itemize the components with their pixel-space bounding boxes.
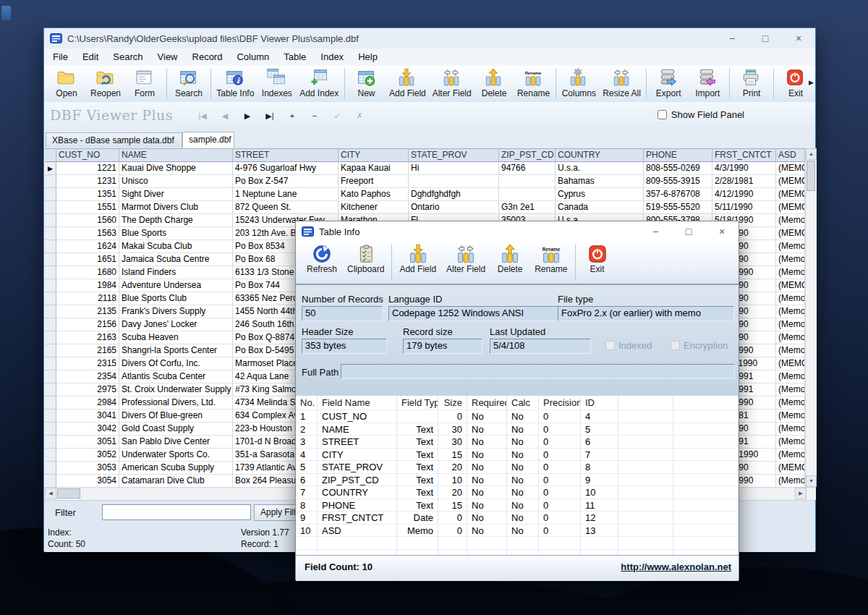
menu-item-edit[interactable]: Edit (75, 48, 106, 66)
row-selector[interactable] (45, 214, 56, 227)
vertical-scrollbar[interactable]: ▲ ▼ (805, 148, 817, 487)
toolbar-button-columns[interactable]: Columns (558, 66, 600, 102)
cell[interactable]: 1 Neptune Lane (233, 188, 339, 201)
cell[interactable]: Jamaica Scuba Centre (119, 253, 233, 266)
toolbar-overflow-icon[interactable]: ▶ (809, 79, 814, 86)
field-row[interactable]: 1CUST_NO0NoNo04 (296, 410, 739, 423)
filter-input[interactable] (102, 504, 251, 520)
toolbar-button-add-field[interactable]: Add Field (386, 66, 430, 102)
toolbar-button-print[interactable]: Print (732, 66, 771, 102)
row-selector[interactable] (45, 253, 56, 266)
cell[interactable]: 872 Queen St. (233, 201, 339, 214)
cell[interactable]: Kitchener (339, 201, 409, 214)
toolbar-button-alter-field[interactable]: Alter Field (441, 242, 490, 284)
cell[interactable]: Blue Sports Club (119, 292, 233, 305)
cell[interactable]: 808-555-0269 (644, 162, 712, 175)
row-selector[interactable] (45, 305, 56, 318)
cell[interactable]: Hi (409, 162, 499, 175)
cell[interactable]: 4/3/1990 (712, 162, 776, 175)
toolbar-button-delete[interactable]: Delete (490, 242, 529, 284)
close-icon[interactable]: × (782, 28, 815, 48)
toolbar-button-import[interactable]: Import (688, 66, 727, 102)
cell[interactable]: American Scuba Supply (119, 462, 233, 475)
column-header-zip_pst_cd[interactable]: ZIP_PST_CD (499, 149, 556, 162)
cell[interactable]: Makai Scuba Club (119, 240, 233, 253)
cell[interactable]: 357-6-876708 (644, 188, 712, 201)
toolbar-button-rename[interactable]: RenameRename (514, 66, 553, 102)
cell[interactable]: (Memo) (776, 214, 805, 227)
row-selector[interactable] (45, 383, 56, 396)
toolbar-button-add-index[interactable]: Add Index (297, 66, 342, 102)
cell[interactable]: (Memo) (776, 240, 805, 253)
cell[interactable]: (MEMO) (776, 162, 805, 175)
cell[interactable]: 1624 (56, 240, 119, 253)
nav-button-2[interactable]: ▶ (239, 108, 255, 124)
field-row[interactable]: 8PHONEText15NoNo011 (296, 499, 739, 512)
toolbar-button-form[interactable]: Form (125, 66, 164, 102)
table-row[interactable]: 1351Sight Diver1 Neptune LaneKato Paphos… (45, 188, 805, 201)
dialog-maximize-icon[interactable]: □ (672, 221, 705, 242)
row-selector[interactable] (45, 201, 56, 214)
scroll-left-icon[interactable]: ◀ (45, 488, 56, 499)
show-field-panel-checkbox[interactable] (658, 110, 667, 119)
row-selector[interactable] (45, 266, 56, 279)
field-row[interactable]: 5STATE_PROVText20NoNo08 (296, 461, 739, 474)
cell[interactable]: Dghdfghdfgh (409, 188, 499, 201)
cell[interactable]: 519-555-5520 (644, 201, 712, 214)
dialog-minimize-icon[interactable]: − (639, 221, 672, 242)
cell[interactable]: Canada (556, 201, 644, 214)
menu-item-table[interactable]: Table (276, 48, 313, 66)
cell[interactable]: (Memo) (776, 318, 805, 331)
row-selector[interactable] (45, 188, 56, 201)
field-row[interactable]: 4CITYText15NoNo07 (296, 449, 739, 462)
cell[interactable]: 1651 (56, 253, 119, 266)
column-header-phone[interactable]: PHONE (644, 149, 712, 162)
cell[interactable]: 2163 (56, 331, 119, 344)
cell[interactable]: Divers Of Blue-green (119, 410, 233, 423)
nav-button-6[interactable]: ✓ (329, 108, 345, 124)
cell[interactable]: 2165 (56, 344, 119, 357)
cell[interactable]: 3041 (56, 410, 119, 423)
cell[interactable]: (Memo) (776, 423, 805, 436)
table-row[interactable]: 1551Marmot Divers Club872 Queen St.Kitch… (45, 201, 805, 214)
cell[interactable]: (Memo) (776, 266, 805, 279)
cell[interactable]: Ontario (409, 201, 499, 214)
cell[interactable]: 1221 (56, 162, 119, 175)
field-row[interactable]: 3STREETText30NoNo06 (296, 436, 739, 449)
column-header-name[interactable]: NAME (119, 149, 233, 162)
cell[interactable]: U.s.a. (556, 162, 644, 175)
cell[interactable]: 809-555-3915 (644, 175, 712, 188)
cell[interactable]: Blue Sports (119, 227, 233, 240)
column-header-country[interactable]: COUNTRY (556, 149, 644, 162)
nav-button-0[interactable]: |◀ (195, 108, 210, 124)
menu-item-help[interactable]: Help (351, 48, 385, 66)
cell[interactable]: 1984 (56, 279, 119, 292)
cell[interactable]: 94766 (499, 162, 556, 175)
cell[interactable]: 3054 (56, 475, 119, 488)
nav-button-5[interactable]: − (307, 108, 323, 124)
cell[interactable]: (Memo) (776, 436, 805, 449)
field-row[interactable]: 10ASDMemo0NoNo013 (296, 525, 739, 538)
cell[interactable]: (MEMO) (776, 227, 805, 240)
field-row[interactable]: 6ZIP_PST_CDText10NoNo09 (296, 474, 739, 487)
current-row-marker[interactable]: ▶ (45, 162, 56, 175)
scroll-right-icon[interactable]: ▶ (795, 488, 807, 499)
encryption-checkbox[interactable] (671, 341, 680, 350)
cell[interactable]: Divers Of Corfu, Inc. (119, 357, 233, 370)
toolbar-button-table-info[interactable]: iTable Info (213, 66, 258, 102)
cell[interactable]: St. Croix Underwater Supply (119, 383, 233, 396)
show-field-panel-toggle[interactable]: Show Field Panel (658, 109, 744, 120)
menu-item-file[interactable]: File (46, 48, 75, 66)
horizontal-scroll-thumb[interactable] (57, 488, 80, 499)
row-selector[interactable] (45, 357, 56, 370)
menu-item-column[interactable]: Column (229, 48, 276, 66)
cell[interactable]: Scuba Heaven (119, 331, 233, 344)
cell[interactable]: Kapaa Kauai (339, 162, 409, 175)
toolbar-button-indexes[interactable]: Indexes (258, 66, 297, 102)
scroll-down-icon[interactable]: ▼ (806, 475, 817, 487)
cell[interactable]: (Memo) (776, 370, 805, 383)
row-selector[interactable] (45, 292, 56, 305)
website-link[interactable]: http://www.alexnolan.net (621, 561, 731, 572)
row-selector[interactable] (45, 227, 56, 240)
cell[interactable]: 1351 (56, 188, 119, 201)
